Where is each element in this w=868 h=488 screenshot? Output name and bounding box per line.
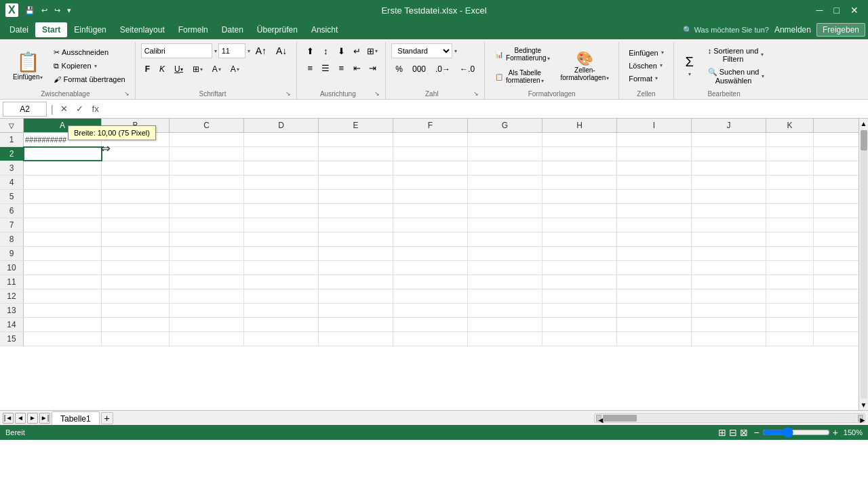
row-number-8[interactable]: 8 (0, 232, 24, 246)
col-header-K[interactable]: K (766, 119, 814, 132)
cell-C14[interactable] (170, 318, 244, 331)
close-btn[interactable]: ✕ (846, 3, 863, 17)
cell-B14[interactable] (102, 318, 170, 331)
align-middle-btn[interactable]: ↕ (318, 43, 333, 58)
cell-G14[interactable] (468, 318, 542, 331)
table-format-btn[interactable]: 📋 Als Tabelleformatieren▾ (490, 66, 554, 87)
cell-K3[interactable] (766, 161, 814, 175)
customize-quick-btn[interactable]: ▾ (64, 5, 74, 16)
font-decrease-btn[interactable]: A↓ (272, 43, 291, 58)
schriftart-expand[interactable]: ↘ (285, 90, 291, 97)
cell-A9[interactable] (24, 247, 102, 260)
cell-E13[interactable] (319, 304, 393, 317)
cell-C5[interactable] (170, 190, 244, 203)
cell-G13[interactable] (468, 304, 542, 317)
cell-B12[interactable] (102, 289, 170, 303)
cell-F1[interactable] (393, 133, 468, 146)
cell-F9[interactable] (393, 247, 468, 260)
scroll-up-btn[interactable]: ▲ (859, 119, 868, 129)
cell-I15[interactable] (617, 332, 692, 346)
cell-G10[interactable] (468, 261, 542, 274)
cell-K6[interactable] (766, 204, 814, 218)
cell-B10[interactable] (102, 261, 170, 274)
h-scroll-right-btn[interactable]: ► (858, 415, 863, 422)
ausrichtung-expand[interactable]: ↘ (374, 90, 380, 97)
number-format-select[interactable]: Standard Zahl Währung (391, 43, 452, 58)
cell-A10[interactable] (24, 261, 102, 274)
cell-H7[interactable] (542, 218, 617, 232)
zoom-in-btn[interactable]: + (833, 427, 838, 438)
find-select-btn[interactable]: 🔍 Suchen undAuswählen ▾ (704, 66, 769, 87)
cell-H2[interactable] (542, 147, 617, 161)
cell-E1[interactable] (319, 133, 393, 146)
row-number-7[interactable]: 7 (0, 218, 24, 232)
decrease-decimal-btn[interactable]: ←.0 (456, 62, 479, 77)
cell-K2[interactable] (766, 147, 814, 161)
normal-view-btn[interactable]: ⊞ (718, 427, 726, 438)
cell-I8[interactable] (617, 232, 692, 246)
cell-G3[interactable] (468, 161, 542, 175)
cell-H4[interactable] (542, 176, 617, 189)
cell-E4[interactable] (319, 176, 393, 189)
col-header-D[interactable]: D (244, 119, 319, 132)
indent-increase-btn[interactable]: ⇥ (365, 60, 380, 75)
pagebreak-view-btn[interactable]: ⊠ (740, 427, 748, 438)
cell-C4[interactable] (170, 176, 244, 189)
cell-B4[interactable] (102, 176, 170, 189)
cell-J12[interactable] (692, 289, 766, 303)
cell-E11[interactable] (319, 275, 393, 289)
horizontal-scrollbar[interactable]: ◄ ► (594, 413, 865, 423)
cell-I10[interactable] (617, 261, 692, 274)
undo-quick-btn[interactable]: ↩ (39, 5, 50, 16)
align-top-btn[interactable]: ⬆ (302, 43, 317, 58)
cell-A5[interactable] (24, 190, 102, 203)
cell-H5[interactable] (542, 190, 617, 203)
minimize-btn[interactable]: ─ (812, 3, 827, 17)
cell-A14[interactable] (24, 318, 102, 331)
row-number-12[interactable]: 12 (0, 289, 24, 303)
cell-G6[interactable] (468, 204, 542, 218)
cell-J2[interactable] (692, 147, 766, 161)
cell-F2[interactable] (393, 147, 468, 161)
italic-btn[interactable]: K (155, 62, 169, 77)
col-header-H[interactable]: H (542, 119, 617, 132)
align-right-btn[interactable]: ≡ (334, 60, 349, 75)
cell-A2[interactable] (24, 147, 102, 161)
cell-F13[interactable] (393, 304, 468, 317)
cell-B7[interactable] (102, 218, 170, 232)
cell-styles-btn[interactable]: 🎨 Zellen-formatvorlagen▾ (557, 47, 614, 84)
cell-E2[interactable] (319, 147, 393, 161)
cell-B9[interactable] (102, 247, 170, 260)
cell-I4[interactable] (617, 176, 692, 189)
cell-F7[interactable] (393, 218, 468, 232)
cell-D7[interactable] (244, 218, 319, 232)
menu-seitenlayout[interactable]: Seitenlayout (113, 22, 172, 37)
cell-B8[interactable] (102, 232, 170, 246)
sheet-tab-tabelle1[interactable]: Tabelle1 (52, 411, 100, 425)
cell-J9[interactable] (692, 247, 766, 260)
col-header-J[interactable]: J (692, 119, 766, 132)
cell-F15[interactable] (393, 332, 468, 346)
zoom-out-btn[interactable]: − (753, 427, 759, 438)
increase-decimal-btn[interactable]: .0→ (431, 62, 454, 77)
cell-B11[interactable] (102, 275, 170, 289)
cell-K9[interactable] (766, 247, 814, 260)
cell-D3[interactable] (244, 161, 319, 175)
cell-B15[interactable] (102, 332, 170, 346)
cell-I7[interactable] (617, 218, 692, 232)
row-number-11[interactable]: 11 (0, 275, 24, 289)
cell-E9[interactable] (319, 247, 393, 260)
cell-D14[interactable] (244, 318, 319, 331)
cell-J10[interactable] (692, 261, 766, 274)
cell-G15[interactable] (468, 332, 542, 346)
bold-btn[interactable]: F (141, 62, 154, 77)
cell-I2[interactable] (617, 147, 692, 161)
cell-E10[interactable] (319, 261, 393, 274)
conditional-format-btn[interactable]: 📊 BedingteFormatierung▾ (490, 43, 554, 65)
cell-K12[interactable] (766, 289, 814, 303)
cell-B1[interactable] (102, 133, 170, 146)
menu-start[interactable]: Start (35, 22, 67, 37)
format-cells-btn[interactable]: Format ▾ (625, 73, 667, 85)
menu-einfuegen[interactable]: Einfügen (67, 22, 113, 37)
cell-G11[interactable] (468, 275, 542, 289)
